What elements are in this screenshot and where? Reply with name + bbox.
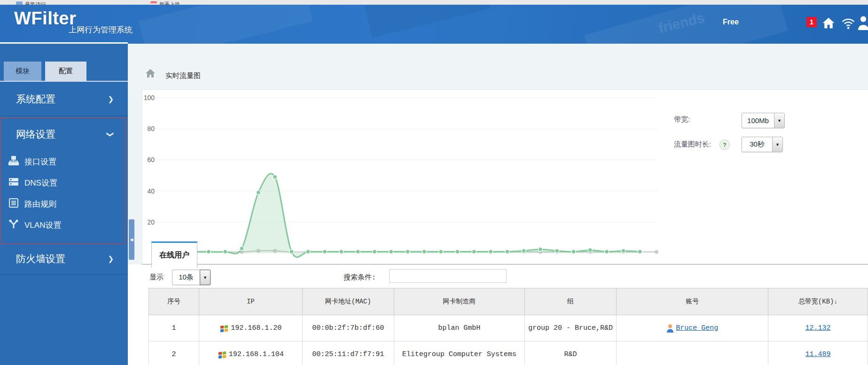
tab-label: 配置 <box>59 67 73 76</box>
duration-value: 30秒 <box>742 137 772 152</box>
sidebar: 模块 配置 系统配置 ❯ 网络设置 ❯ 接口设置 <box>0 44 128 365</box>
keyboard-texture <box>138 5 313 44</box>
help-icon[interactable]: ? <box>719 140 730 150</box>
submenu-label: DNS设置 <box>24 178 57 188</box>
bandwidth-select[interactable]: 100Mb ▼ <box>742 113 785 128</box>
bandwidth-value: 100Mb <box>742 113 774 128</box>
cell-vendor: bplan GmbH <box>394 315 524 342</box>
notification-badge[interactable]: 1 <box>806 17 817 27</box>
license-badge: Free <box>723 18 739 26</box>
breadcrumb-home-icon[interactable] <box>145 68 156 81</box>
sidebar-tab-modules[interactable]: 模块 <box>4 62 41 81</box>
search-label: 搜索条件: <box>344 273 376 282</box>
cell-group: R&D <box>524 342 617 365</box>
list-icon <box>8 198 19 210</box>
col-group[interactable]: 组 <box>524 288 617 315</box>
online-users-table: 序号 IP 网卡地址(MAC) 网卡制造商 组 账号 总带宽(KB)↓ 1 19… <box>149 288 868 365</box>
sidebar-item-firewall-settings[interactable]: 防火墙设置 ❯ <box>0 243 128 275</box>
account-user-icon <box>666 324 674 333</box>
chevron-down-icon: ❯ <box>107 132 115 138</box>
user-icon[interactable] <box>857 15 868 32</box>
sidebar-item-routing-rules[interactable]: 路由规则 <box>0 194 128 215</box>
y-axis-tick-label: 20 <box>137 218 155 226</box>
menu-label: 网络设置 <box>16 128 55 141</box>
dropdown-arrow-icon[interactable]: ▼ <box>774 113 784 128</box>
sidebar-item-dns-settings[interactable]: DNS设置 <box>0 172 128 194</box>
tab-online-users[interactable]: 在线用户 <box>151 241 197 268</box>
y-axis-tick-label: 80 <box>137 125 155 132</box>
app-header: friends WFilter 上网行为管理系统 Free 1 <box>0 5 868 44</box>
cell-bandwidth: 12.132 <box>768 315 868 342</box>
cell-group: group 20 - Bruce,R&D <box>524 315 617 342</box>
y-axis-tick-label: 60 <box>137 156 155 163</box>
duration-label: 流量图时长: <box>674 140 711 149</box>
submenu-label: 接口设置 <box>24 156 56 167</box>
page-title: 实时流量图 <box>165 71 201 80</box>
dropdown-arrow-icon[interactable]: ▼ <box>772 137 782 152</box>
submenu-label: 路由规则 <box>24 199 56 210</box>
bandwidth-link[interactable]: 12.132 <box>805 324 831 332</box>
sidebar-collapse-handle[interactable]: ◀ <box>129 219 134 260</box>
col-ip[interactable]: IP <box>199 288 302 315</box>
app-logo: WFilter <box>14 8 76 29</box>
cell-mac: 00:25:11:d7:f7:91 <box>302 342 394 365</box>
menu-label: 系统配置 <box>16 93 55 106</box>
sidebar-tab-config[interactable]: 配置 <box>45 62 86 81</box>
table-row: 2 192.168.1.104 00:25:11:d7:f7:91 Eliteg… <box>149 342 868 365</box>
col-bandwidth[interactable]: 总带宽(KB)↓ <box>768 288 868 315</box>
show-label: 显示 <box>149 273 164 282</box>
page-size-value: 10条 <box>172 270 200 285</box>
bandwidth-link[interactable]: 11.489 <box>805 350 831 358</box>
cell-vendor: Elitegroup Computer Systems <box>394 342 524 365</box>
tabs-underline <box>0 81 128 82</box>
search-input[interactable] <box>389 269 507 283</box>
bandwidth-label: 带宽: <box>674 115 690 124</box>
y-axis-tick-label: 100 <box>137 94 155 101</box>
flag-icon <box>150 1 157 5</box>
col-vendor[interactable]: 网卡制造商 <box>394 288 524 315</box>
submenu-label: VLAN设置 <box>24 220 61 231</box>
cell-num: 2 <box>149 342 199 365</box>
col-num[interactable]: 序号 <box>149 288 199 315</box>
col-mac[interactable]: 网卡地址(MAC) <box>302 288 394 315</box>
cell-num: 1 <box>149 315 199 342</box>
account-link[interactable]: Bruce Geng <box>676 324 718 332</box>
table-header-row: 序号 IP 网卡地址(MAC) 网卡制造商 组 账号 总带宽(KB)↓ <box>149 288 868 315</box>
chevron-right-icon: ❯ <box>108 95 114 103</box>
chevron-right-icon: ❯ <box>108 255 114 263</box>
bookmark-label: 新手上路 <box>159 1 180 5</box>
content-header-band <box>128 44 868 89</box>
browser-bookmarks-bar: 最常访问 新手上路 <box>0 0 868 5</box>
folder-icon <box>16 1 23 5</box>
windows-icon <box>218 350 227 359</box>
tab-label: 在线用户 <box>159 250 189 260</box>
dropdown-arrow-icon[interactable]: ▼ <box>200 270 211 285</box>
sidebar-item-network-settings[interactable]: 网络设置 ❯ <box>0 117 128 151</box>
cell-account <box>617 342 768 365</box>
y-axis-tick-label: 40 <box>137 187 155 195</box>
cell-ip: 192.168.1.20 <box>199 315 302 342</box>
sidebar-item-interface-settings[interactable]: 接口设置 <box>0 151 128 172</box>
sidebar-item-system-config[interactable]: 系统配置 ❯ <box>0 82 128 116</box>
windows-icon <box>219 324 229 333</box>
sidebar-item-vlan-settings[interactable]: VLAN设置 <box>0 215 128 236</box>
keyboard-texture <box>364 5 491 38</box>
menu-label: 防火墙设置 <box>16 252 65 265</box>
page-size-select[interactable]: 10条 ▼ <box>172 270 211 285</box>
table-row: 1 192.168.1.20 00:0b:2f:7b:df:60 bplan G… <box>149 315 868 342</box>
duration-select[interactable]: 30秒 ▼ <box>742 137 783 152</box>
tab-label: 模块 <box>16 67 30 76</box>
col-account[interactable]: 账号 <box>617 288 768 315</box>
bookmark-label: 最常访问 <box>25 1 46 5</box>
cell-ip: 192.168.1.104 <box>199 342 302 365</box>
split-y-icon <box>8 219 19 231</box>
traffic-chart-svg <box>151 90 705 264</box>
cell-bandwidth: 11.489 <box>768 342 868 365</box>
home-icon[interactable] <box>821 16 836 32</box>
cell-mac: 00:0b:2f:7b:df:60 <box>302 315 394 342</box>
bookmark-item[interactable]: 新手上路 <box>150 0 180 5</box>
sort-desc-icon[interactable]: ↓ <box>834 298 837 305</box>
server-icon <box>8 177 19 189</box>
bookmark-item[interactable]: 最常访问 <box>16 0 46 5</box>
wifi-icon[interactable] <box>841 17 855 31</box>
